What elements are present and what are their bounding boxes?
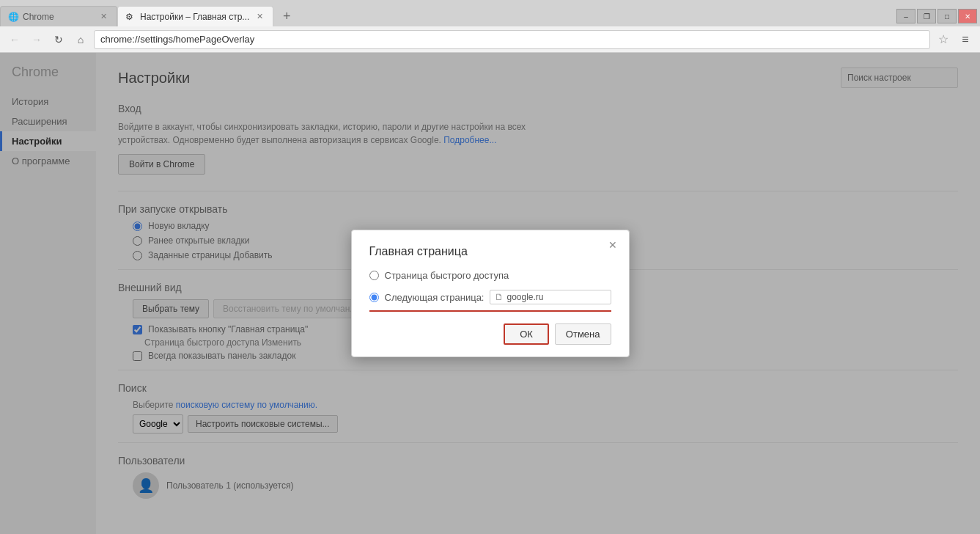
reload-button[interactable]: ↻ bbox=[50, 31, 67, 48]
tab-chrome-favicon: 🌐 bbox=[8, 12, 18, 22]
tab-chrome-close[interactable]: ✕ bbox=[97, 11, 109, 23]
window-controls: – ❐ □ ✕ bbox=[896, 9, 980, 26]
url-bar[interactable] bbox=[94, 30, 930, 49]
chrome-menu-icon[interactable]: ≡ bbox=[957, 31, 974, 48]
next-page-label: Следующая страница: bbox=[385, 292, 485, 303]
back-button[interactable]: ← bbox=[6, 31, 23, 48]
active-radio-underline bbox=[369, 310, 611, 312]
dialog-actions: ОК Отмена bbox=[369, 323, 611, 345]
dialog-title: Главная страница bbox=[369, 245, 611, 258]
tab-chrome-title: Chrome bbox=[23, 12, 93, 22]
dialog-close-button[interactable]: ✕ bbox=[605, 238, 620, 252]
next-page-input-wrap: 🗋 bbox=[490, 290, 611, 304]
tab-settings[interactable]: ⚙ Настройки – Главная стр... ✕ bbox=[117, 6, 273, 26]
modal-overlay: Главная страница ✕ Страница быстрого дос… bbox=[0, 53, 980, 534]
restore-button[interactable]: ❐ bbox=[917, 9, 936, 23]
minimize-button[interactable]: – bbox=[896, 9, 915, 23]
dialog-cancel-button[interactable]: Отмена bbox=[555, 323, 611, 345]
maximize-button[interactable]: □ bbox=[937, 9, 957, 23]
homepage-dialog: Главная страница ✕ Страница быстрого дос… bbox=[351, 230, 630, 357]
page-file-icon: 🗋 bbox=[495, 292, 504, 302]
tab-settings-close[interactable]: ✕ bbox=[254, 11, 265, 23]
next-page-radio[interactable] bbox=[369, 293, 379, 302]
next-page-row: Следующая страница: 🗋 bbox=[369, 290, 611, 304]
tab-bar: 🌐 Chrome ✕ ⚙ Настройки – Главная стр... … bbox=[0, 0, 980, 26]
dialog-ok-button[interactable]: ОК bbox=[504, 323, 549, 345]
bookmark-star-icon[interactable]: ☆ bbox=[935, 31, 952, 48]
close-button[interactable]: ✕ bbox=[958, 9, 977, 23]
tab-settings-favicon: ⚙ bbox=[125, 12, 136, 22]
new-tab-button[interactable]: + bbox=[276, 6, 297, 26]
forward-button[interactable]: → bbox=[28, 31, 45, 48]
next-page-url-input[interactable] bbox=[506, 292, 605, 302]
address-bar: ← → ↻ ⌂ ☆ ≡ bbox=[0, 26, 980, 53]
content-area: Chrome История Расширения Настройки О пр… bbox=[0, 53, 980, 534]
dialog-option-next-page-row: Следующая страница: 🗋 bbox=[369, 290, 611, 312]
tab-chrome[interactable]: 🌐 Chrome ✕ bbox=[0, 6, 117, 26]
home-button[interactable]: ⌂ bbox=[72, 31, 89, 48]
tab-settings-title: Настройки – Главная стр... bbox=[140, 12, 249, 22]
dialog-option-quick-access[interactable]: Страница быстрого доступа bbox=[369, 270, 611, 281]
browser-window: 🌐 Chrome ✕ ⚙ Настройки – Главная стр... … bbox=[0, 0, 980, 534]
